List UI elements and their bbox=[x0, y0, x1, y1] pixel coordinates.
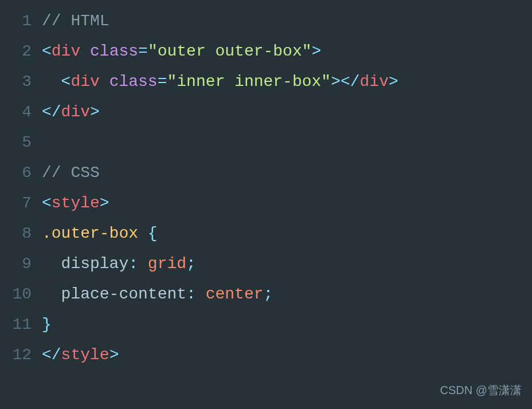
code-line[interactable]: .outer-box { bbox=[42, 218, 532, 249]
line-number: 11 bbox=[0, 309, 32, 340]
comment-token: // HTML bbox=[42, 12, 109, 30]
selector-token: .outer-box bbox=[42, 225, 138, 242]
line-number: 1 bbox=[0, 6, 32, 36]
line-number: 10 bbox=[0, 279, 32, 309]
tag-bracket-token: < bbox=[42, 194, 52, 212]
line-number: 7 bbox=[0, 188, 32, 218]
code-line[interactable]: </style> bbox=[42, 340, 532, 370]
value-token: grid bbox=[148, 255, 186, 273]
line-number: 5 bbox=[0, 127, 32, 158]
tag-name-token: div bbox=[71, 73, 99, 91]
tag-bracket-token: > bbox=[100, 194, 109, 212]
tag-bracket-token: < bbox=[42, 42, 52, 60]
property-token: display bbox=[61, 255, 129, 273]
line-number: 9 bbox=[0, 249, 32, 279]
equals-token: = bbox=[158, 73, 167, 91]
colon-token: : bbox=[128, 255, 138, 273]
tag-name-token: style bbox=[61, 346, 109, 364]
code-line[interactable]: <style> bbox=[42, 188, 532, 218]
equals-token: = bbox=[138, 42, 148, 60]
line-number: 4 bbox=[0, 97, 32, 127]
brace-token: } bbox=[42, 316, 52, 333]
code-line[interactable]: place-content: center; bbox=[42, 279, 532, 309]
line-number: 6 bbox=[0, 158, 32, 188]
tag-name-token: style bbox=[52, 194, 100, 212]
attr-value-token: "outer outer-box" bbox=[148, 42, 312, 60]
line-number: 12 bbox=[0, 340, 32, 370]
tag-bracket-token: < bbox=[61, 73, 71, 91]
tag-name-token: div bbox=[360, 73, 389, 91]
tag-name-token: div bbox=[52, 42, 80, 60]
tag-bracket-token: > bbox=[389, 73, 398, 91]
value-token: center bbox=[206, 285, 264, 303]
tag-bracket-token: > bbox=[90, 103, 100, 121]
code-line[interactable]: } bbox=[42, 309, 532, 340]
semicolon-token: ; bbox=[186, 255, 196, 273]
code-area[interactable]: // HTML <div class="outer outer-box"> <d… bbox=[42, 6, 532, 370]
attr-name-token: class bbox=[109, 73, 158, 91]
code-line[interactable]: // CSS bbox=[42, 158, 532, 188]
comment-token: // CSS bbox=[42, 164, 100, 182]
code-line[interactable]: <div class="inner inner-box"></div> bbox=[42, 66, 532, 97]
code-line[interactable]: </div> bbox=[42, 97, 532, 127]
tag-bracket-token: </ bbox=[42, 103, 61, 121]
code-line[interactable]: display: grid; bbox=[42, 249, 532, 279]
code-line[interactable] bbox=[42, 127, 532, 158]
tag-bracket-token: </ bbox=[42, 346, 61, 364]
tag-bracket-token: > bbox=[312, 42, 322, 60]
code-editor[interactable]: 1 2 3 4 5 6 7 8 9 10 11 12 // HTML <div … bbox=[0, 0, 532, 370]
colon-token: : bbox=[186, 285, 196, 303]
attr-name-token: class bbox=[90, 42, 138, 60]
code-line[interactable]: <div class="outer outer-box"> bbox=[42, 36, 532, 66]
attr-value-token: "inner inner-box" bbox=[167, 73, 331, 91]
line-number: 3 bbox=[0, 66, 32, 97]
tag-bracket-token: </ bbox=[341, 73, 360, 91]
tag-bracket-token: > bbox=[109, 346, 119, 364]
line-number: 8 bbox=[0, 218, 32, 249]
line-number-gutter: 1 2 3 4 5 6 7 8 9 10 11 12 bbox=[0, 6, 42, 370]
watermark-text: CSDN @雪潇潇 bbox=[440, 379, 522, 401]
semicolon-token: ; bbox=[264, 285, 273, 303]
code-line[interactable]: // HTML bbox=[42, 6, 532, 36]
tag-name-token: div bbox=[61, 103, 90, 121]
line-number: 2 bbox=[0, 36, 32, 66]
tag-bracket-token: > bbox=[331, 73, 341, 91]
brace-token: { bbox=[148, 225, 158, 242]
property-token: place-content bbox=[61, 285, 186, 303]
